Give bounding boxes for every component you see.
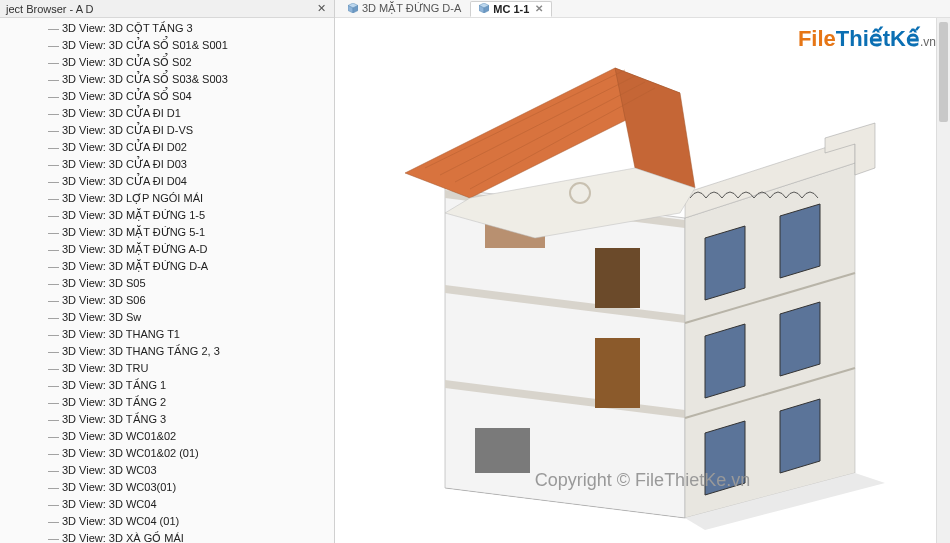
main-area: 3D MẶT ĐỨNG D-AMC 1-1✕	[335, 0, 950, 543]
tree-item-label: 3D View: 3D WC04	[62, 497, 157, 512]
tree-item[interactable]: —3D View: 3D MẶT ĐỨNG 1-5	[44, 207, 334, 224]
tree-item[interactable]: —3D View: 3D WC04	[44, 496, 334, 513]
tree-item[interactable]: —3D View: 3D CỬA SỔ S04	[44, 88, 334, 105]
tree-item-label: 3D View: 3D S06	[62, 293, 146, 308]
scrollbar-thumb[interactable]	[939, 22, 948, 122]
tree-dash-icon: —	[48, 310, 58, 325]
tree-dash-icon: —	[48, 242, 58, 257]
svg-marker-21	[780, 204, 820, 278]
tree-item-label: 3D View: 3D XÀ GỒ MÁI	[62, 531, 184, 543]
tree-item[interactable]: —3D View: 3D S06	[44, 292, 334, 309]
tree-item[interactable]: —3D View: 3D TẦNG 3	[44, 411, 334, 428]
tree-item[interactable]: —3D View: 3D CỬA ĐI D03	[44, 156, 334, 173]
tree-dash-icon: —	[48, 89, 58, 104]
tree-dash-icon: —	[48, 191, 58, 206]
tree-item-label: 3D View: 3D MẶT ĐỨNG A-D	[62, 242, 208, 257]
tree-item[interactable]: —3D View: 3D TẦNG 1	[44, 377, 334, 394]
scrollbar-vertical[interactable]	[936, 18, 950, 543]
tab-label: 3D MẶT ĐỨNG D-A	[362, 2, 461, 15]
viewport-3d[interactable]: FileThiếtKế.vn Copyright © FileThietKe.v…	[335, 18, 950, 543]
tree-dash-icon: —	[48, 361, 58, 376]
tree-item[interactable]: —3D View: 3D XÀ GỒ MÁI	[44, 530, 334, 543]
tree-item[interactable]: —3D View: 3D WC04 (01)	[44, 513, 334, 530]
tree-dash-icon: —	[48, 497, 58, 512]
tree-item[interactable]: —3D View: 3D WC03(01)	[44, 479, 334, 496]
svg-marker-19	[705, 324, 745, 398]
project-browser-panel: ject Browser - A D ✕ —3D View: 3D CỘT TẦ…	[0, 0, 335, 543]
tree-item-label: 3D View: 3D CỘT TẦNG 3	[62, 21, 193, 36]
tree-item[interactable]: —3D View: 3D MẶT ĐỨNG A-D	[44, 241, 334, 258]
tree-item[interactable]: —3D View: 3D CỘT TẦNG 3	[44, 20, 334, 37]
tree-dash-icon: —	[48, 225, 58, 240]
tree-item[interactable]: —3D View: 3D CỬA SỔ S03& S003	[44, 71, 334, 88]
tree-dash-icon: —	[48, 412, 58, 427]
tree-item-label: 3D View: 3D TẦNG 3	[62, 412, 166, 427]
tree-item-label: 3D View: 3D THANG TẦNG 2, 3	[62, 344, 220, 359]
tree-dash-icon: —	[48, 463, 58, 478]
tree-dash-icon: —	[48, 429, 58, 444]
tree-dash-icon: —	[48, 72, 58, 87]
tree-dash-icon: —	[48, 480, 58, 495]
tree-item[interactable]: —3D View: 3D MẶT ĐỨNG D-A	[44, 258, 334, 275]
view-tab[interactable]: 3D MẶT ĐỨNG D-A	[339, 0, 470, 17]
tree-item-label: 3D View: 3D LỢP NGÓI MÁI	[62, 191, 203, 206]
tree-item-label: 3D View: 3D MẶT ĐỨNG 5-1	[62, 225, 205, 240]
tree-dash-icon: —	[48, 21, 58, 36]
tree-dash-icon: —	[48, 327, 58, 342]
tree-item[interactable]: —3D View: 3D CỬA ĐI D04	[44, 173, 334, 190]
tree-item[interactable]: —3D View: 3D THANG TẦNG 2, 3	[44, 343, 334, 360]
tree-item-label: 3D View: 3D S05	[62, 276, 146, 291]
tree-dash-icon: —	[48, 106, 58, 121]
view-tab[interactable]: MC 1-1✕	[470, 1, 552, 17]
tree-item[interactable]: —3D View: 3D CỬA ĐI D02	[44, 139, 334, 156]
view-tree[interactable]: —3D View: 3D CỘT TẦNG 3—3D View: 3D CỬA …	[0, 18, 334, 543]
tree-item[interactable]: —3D View: 3D MẶT ĐỨNG 5-1	[44, 224, 334, 241]
tree-item[interactable]: —3D View: 3D CỬA SỔ S01& S001	[44, 37, 334, 54]
tree-item-label: 3D View: 3D CỬA SỔ S03& S003	[62, 72, 228, 87]
cube-3d-icon	[479, 3, 489, 15]
tree-dash-icon: —	[48, 174, 58, 189]
svg-marker-18	[705, 226, 745, 300]
tree-item-label: 3D View: 3D CỬA ĐI D03	[62, 157, 187, 172]
tree-item-label: 3D View: 3D TẦNG 1	[62, 378, 166, 393]
tree-dash-icon: —	[48, 344, 58, 359]
cube-3d-icon	[348, 3, 358, 15]
tree-dash-icon: —	[48, 123, 58, 138]
tree-item-label: 3D View: 3D THANG T1	[62, 327, 180, 342]
tree-item[interactable]: —3D View: 3D TRU	[44, 360, 334, 377]
tree-dash-icon: —	[48, 55, 58, 70]
tree-item[interactable]: —3D View: 3D CỬA ĐI D-VS	[44, 122, 334, 139]
svg-line-30	[455, 82, 645, 182]
tree-dash-icon: —	[48, 208, 58, 223]
tree-item-label: 3D View: 3D WC04 (01)	[62, 514, 179, 529]
tab-close-icon[interactable]: ✕	[535, 3, 543, 14]
svg-marker-22	[780, 302, 820, 376]
tab-label: MC 1-1	[493, 3, 529, 15]
tree-item[interactable]: —3D View: 3D WC03	[44, 462, 334, 479]
tree-dash-icon: —	[48, 259, 58, 274]
tree-item-label: 3D View: 3D TRU	[62, 361, 148, 376]
tree-item[interactable]: —3D View: 3D TẦNG 2	[44, 394, 334, 411]
tree-item[interactable]: —3D View: 3D LỢP NGÓI MÁI	[44, 190, 334, 207]
tree-item[interactable]: —3D View: 3D WC01&02 (01)	[44, 445, 334, 462]
svg-rect-12	[595, 248, 640, 308]
tree-item-label: 3D View: 3D Sw	[62, 310, 141, 325]
tree-item[interactable]: —3D View: 3D S05	[44, 275, 334, 292]
tree-item[interactable]: —3D View: 3D Sw	[44, 309, 334, 326]
tree-item[interactable]: —3D View: 3D WC01&02	[44, 428, 334, 445]
tree-dash-icon: —	[48, 293, 58, 308]
tree-item-label: 3D View: 3D MẶT ĐỨNG D-A	[62, 259, 208, 274]
tree-dash-icon: —	[48, 38, 58, 53]
close-icon[interactable]: ✕	[314, 2, 328, 16]
tree-item-label: 3D View: 3D CỬA ĐI D1	[62, 106, 181, 121]
tree-item[interactable]: —3D View: 3D THANG T1	[44, 326, 334, 343]
tree-item[interactable]: —3D View: 3D CỬA SỔ S02	[44, 54, 334, 71]
tree-item-label: 3D View: 3D CỬA ĐI D-VS	[62, 123, 193, 138]
tree-item[interactable]: —3D View: 3D CỬA ĐI D1	[44, 105, 334, 122]
tree-dash-icon: —	[48, 378, 58, 393]
tree-item-label: 3D View: 3D TẦNG 2	[62, 395, 166, 410]
project-browser-title: ject Browser - A D	[6, 3, 93, 15]
tree-item-label: 3D View: 3D CỬA ĐI D02	[62, 140, 187, 155]
project-browser-header: ject Browser - A D ✕	[0, 0, 334, 18]
tree-item-label: 3D View: 3D WC03	[62, 463, 157, 478]
